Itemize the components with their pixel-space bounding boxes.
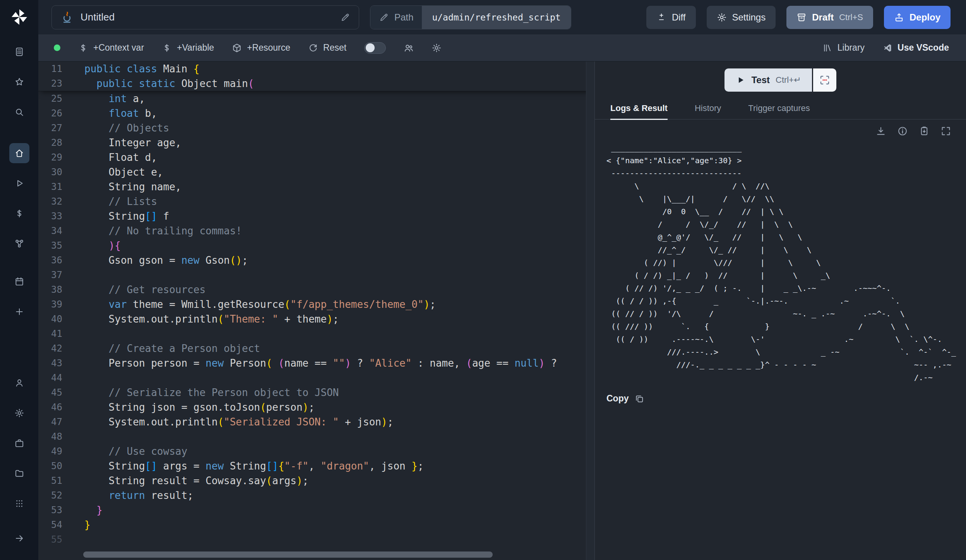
code-line[interactable]: 27 // Objects xyxy=(38,121,594,135)
sidebar-item-favorites[interactable] xyxy=(9,72,29,92)
editor-settings-gear-icon[interactable] xyxy=(432,43,442,53)
path-value: u/admin/refreshed_script xyxy=(422,6,570,29)
code-line[interactable]: 41 xyxy=(38,326,594,341)
horizontal-scrollbar[interactable] xyxy=(83,551,493,558)
test-button[interactable]: Test Ctrl+↵ xyxy=(724,68,812,92)
reset-button[interactable]: Reset xyxy=(308,43,346,53)
add-resource-button[interactable]: +Resource xyxy=(232,43,290,53)
code-line[interactable]: 38 // Get resources xyxy=(38,282,594,297)
sidebar-item-search[interactable] xyxy=(9,102,29,122)
code-line[interactable]: 51 String result = Cowsay.say(args); xyxy=(38,473,594,488)
toggle-knob xyxy=(366,43,375,52)
line-number: 37 xyxy=(38,268,62,282)
draft-label: Draft xyxy=(812,12,834,23)
sidebar-item-apps[interactable] xyxy=(9,493,29,514)
sidebar-item-account[interactable] xyxy=(9,373,29,393)
code-line[interactable]: 48 xyxy=(38,429,594,444)
sidebar-item-workers[interactable] xyxy=(9,433,29,453)
line-number: 48 xyxy=(38,429,62,444)
draft-shortcut: Ctrl+S xyxy=(839,12,863,22)
code-editor[interactable]: 11public class Main {23 public static Ob… xyxy=(38,61,594,560)
code-line[interactable]: 55 xyxy=(38,532,594,547)
code-line[interactable]: 40 System.out.println("Theme: " + theme)… xyxy=(38,312,594,326)
draft-save-icon xyxy=(796,12,807,22)
tab-logs-result[interactable]: Logs & Result xyxy=(610,103,668,119)
code-line[interactable]: 23 public static Object main( xyxy=(38,76,594,91)
download-result-button[interactable] xyxy=(875,126,886,138)
test-row: Test Ctrl+↵ xyxy=(595,61,966,99)
code-line[interactable]: 29 Float d, xyxy=(38,150,594,165)
edit-title-icon[interactable] xyxy=(340,12,350,22)
home-icon xyxy=(14,148,24,158)
topbar: Untitled Path u/admin/refreshed_script D… xyxy=(38,0,966,34)
add-context-var-button[interactable]: +Context var xyxy=(78,43,144,53)
code-line[interactable]: 44 xyxy=(38,370,594,385)
code-line[interactable]: 25 int a, xyxy=(38,91,594,106)
line-number: 41 xyxy=(38,326,62,341)
code-line[interactable]: 45 // Serialize the Person object to JSO… xyxy=(38,385,594,400)
settings-button[interactable]: Settings xyxy=(707,6,776,29)
library-button[interactable]: Library xyxy=(822,43,865,53)
line-number: 35 xyxy=(38,238,62,253)
code-line[interactable]: 43 Person person = new Person( (name == … xyxy=(38,356,594,370)
code-line[interactable]: 49 // Use cowsay xyxy=(38,444,594,459)
tab-history[interactable]: History xyxy=(695,103,721,119)
refresh-icon xyxy=(308,43,318,53)
deploy-button[interactable]: Deploy xyxy=(884,6,951,29)
code-line[interactable]: 52 return result; xyxy=(38,488,594,503)
diff-button[interactable]: Diff xyxy=(646,6,696,29)
script-title-input[interactable]: Untitled xyxy=(51,5,359,29)
editor-toolbar: +Context var +Variable +Resource Reset L… xyxy=(38,34,966,61)
sidebar-item-create[interactable] xyxy=(9,302,29,322)
path-control[interactable]: Path u/admin/refreshed_script xyxy=(370,5,571,29)
copy-button[interactable]: Copy xyxy=(606,393,629,404)
nodes-icon xyxy=(14,239,24,249)
diff-mode-toggle[interactable] xyxy=(364,42,386,54)
code-line[interactable]: 11public class Main { xyxy=(38,61,594,76)
code-line[interactable]: 42 // Create a Person object xyxy=(38,341,594,356)
capture-button[interactable] xyxy=(813,68,836,92)
add-variable-button[interactable]: +Variable xyxy=(162,43,214,53)
sidebar-item-calculator[interactable] xyxy=(9,42,29,62)
sidebar-item-home[interactable] xyxy=(9,143,29,163)
sidebar-item-variables[interactable] xyxy=(9,203,29,224)
plus-icon xyxy=(14,307,24,317)
code-line[interactable]: 30 Object e, xyxy=(38,165,594,179)
code-line[interactable]: 46 String json = gson.toJson(person); xyxy=(38,400,594,415)
sidebar-item-settings[interactable] xyxy=(9,403,29,423)
sidebar-item-collapse[interactable] xyxy=(9,528,29,548)
code-line[interactable]: 32 // Lists xyxy=(38,194,594,209)
tab-trigger-captures[interactable]: Trigger captures xyxy=(748,103,810,119)
sidebar-item-folders[interactable] xyxy=(9,463,29,483)
settings-label: Settings xyxy=(732,12,766,23)
code-line[interactable]: 47 System.out.println("Serialized JSON: … xyxy=(38,415,594,429)
sidebar-item-runs[interactable] xyxy=(9,173,29,193)
draft-button[interactable]: Draft Ctrl+S xyxy=(786,6,873,29)
code-line[interactable]: 39 var theme = Wmill.getResource("f/app_… xyxy=(38,297,594,312)
code-line[interactable]: 26 float b, xyxy=(38,106,594,121)
use-vscode-button[interactable]: Use VScode xyxy=(882,43,949,53)
users-icon[interactable] xyxy=(404,43,414,53)
expand-result-button[interactable] xyxy=(940,126,951,138)
sidebar-item-resources[interactable] xyxy=(9,234,29,254)
code-line[interactable]: 33 String[] f xyxy=(38,209,594,224)
code-line[interactable]: 36 Gson gson = new Gson(); xyxy=(38,253,594,268)
windmill-logo-icon[interactable] xyxy=(10,8,29,26)
sidebar-item-schedules[interactable] xyxy=(9,271,29,292)
code-line[interactable]: 35 ){ xyxy=(38,238,594,253)
code-line[interactable]: 50 String[] args = new String[]{"-f", "d… xyxy=(38,459,594,473)
line-number: 11 xyxy=(38,61,62,76)
code-line[interactable]: 34 // No trailing commas! xyxy=(38,224,594,238)
line-number: 42 xyxy=(38,341,62,356)
code-line[interactable]: 54} xyxy=(38,517,594,532)
code-line[interactable]: 53 } xyxy=(38,503,594,517)
vertical-scrollbar[interactable] xyxy=(586,61,594,560)
result-info-button[interactable] xyxy=(897,126,908,138)
java-icon xyxy=(60,11,74,24)
clipboard-result-button[interactable] xyxy=(919,126,930,138)
line-number: 55 xyxy=(38,532,62,547)
code-line[interactable]: 31 String name, xyxy=(38,179,594,194)
code-line[interactable]: 28 Integer age, xyxy=(38,135,594,150)
code-line[interactable]: 37 xyxy=(38,268,594,282)
copy-icon[interactable] xyxy=(634,394,644,404)
